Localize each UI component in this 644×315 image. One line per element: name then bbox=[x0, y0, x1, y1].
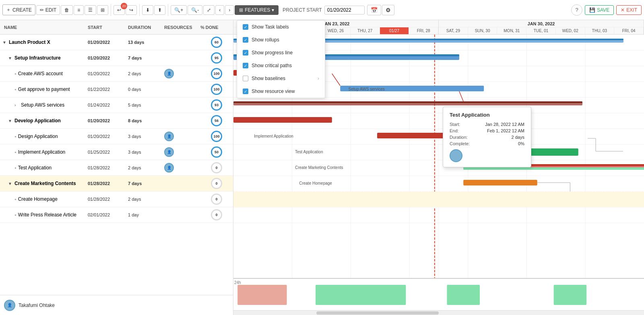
user-name: Takafumi Ohtake bbox=[19, 303, 55, 308]
task-dot-icon: ● bbox=[14, 166, 17, 170]
next-button[interactable]: › bbox=[225, 5, 234, 15]
gantt-day: FRI, 04 bbox=[614, 27, 644, 34]
task-duration-cell: 0 days bbox=[128, 87, 164, 92]
task-duration-cell: 2 days bbox=[128, 197, 164, 202]
progress-circle: 0 bbox=[211, 178, 222, 189]
checkbox-show-progress-line[interactable]: ✓ bbox=[243, 50, 248, 56]
task-name-cell: ● Create Homepage bbox=[0, 196, 88, 202]
task-duration-cell: 2 days bbox=[128, 165, 164, 170]
edit-button[interactable]: ✏ EDIT bbox=[36, 5, 60, 15]
task-name: Setup AWS services bbox=[21, 102, 64, 108]
list2-icon: ☰ bbox=[88, 7, 93, 13]
checkbox-show-rollups[interactable]: ✓ bbox=[243, 37, 248, 43]
redo-button[interactable]: ↪ bbox=[126, 5, 137, 15]
help-button[interactable]: ? bbox=[571, 4, 582, 16]
layout-button[interactable]: ⊞ bbox=[97, 5, 108, 15]
delete-button[interactable]: 🗑 bbox=[61, 5, 73, 15]
table-row[interactable]: ● Create AWS account 01/20/2022 2 days 👤… bbox=[0, 66, 233, 82]
task-duration-cell: 7 days bbox=[128, 56, 164, 60]
move-down-button[interactable]: ⬇ bbox=[142, 5, 153, 15]
progress-circle: 95 bbox=[211, 52, 222, 64]
task-name-cell: ● Test Application bbox=[0, 165, 88, 171]
scroll-bar-h[interactable] bbox=[233, 310, 644, 315]
table-row[interactable]: ● Create Homepage 01/28/2022 2 days 0 bbox=[0, 191, 233, 207]
svg-line-45 bbox=[332, 74, 340, 86]
table-row[interactable]: ● Write Press Release Article 02/01/2022… bbox=[0, 207, 233, 223]
exit-icon: ✕ bbox=[621, 7, 625, 13]
progress-circle: 56 bbox=[211, 115, 222, 126]
col-resources-header: RESOURCES bbox=[164, 25, 200, 30]
expand-icon[interactable]: ▼ bbox=[8, 56, 13, 60]
table-row[interactable]: ● Get approve to payment 01/22/2022 0 da… bbox=[0, 82, 233, 97]
fit-button[interactable]: ⤢ bbox=[203, 5, 215, 15]
zoom-in-button[interactable]: 🔍+ bbox=[171, 5, 187, 15]
dropdown-item-show-task-labels[interactable]: ✓ Show Task labels bbox=[237, 21, 325, 33]
table-row[interactable]: › Setup AWS services 01/24/2022 5 days 9… bbox=[0, 97, 233, 113]
pencil-icon: ✏ bbox=[40, 7, 44, 13]
task-start-cell: 01/20/2022 bbox=[88, 134, 128, 139]
task-start-cell: 02/01/2022 bbox=[88, 212, 128, 217]
scroll-thumb[interactable] bbox=[316, 311, 439, 315]
project-start-input[interactable] bbox=[324, 6, 365, 14]
list2-button[interactable]: ☰ bbox=[85, 5, 96, 15]
table-row[interactable]: ● Implement Application 01/25/2022 3 day… bbox=[0, 144, 233, 160]
gantt-day: SUN, 30 bbox=[468, 27, 497, 34]
task-duration-cell: 5 days bbox=[128, 103, 164, 107]
expand-icon[interactable]: ▼ bbox=[2, 40, 7, 45]
chevron-right-icon: › bbox=[318, 76, 319, 81]
gantt-day: MON, 31 bbox=[497, 27, 526, 34]
trash-icon: 🗑 bbox=[64, 7, 69, 13]
settings-button[interactable]: ⚙ bbox=[382, 5, 394, 15]
svg-rect-48 bbox=[316, 285, 406, 305]
task-start-cell: 01/20/2022 bbox=[88, 56, 128, 60]
task-tooltip: Test Application Start: Jan 28, 2022 12 … bbox=[443, 107, 531, 167]
dropdown-item-show-rollups[interactable]: ✓ Show rollups bbox=[237, 33, 325, 46]
checkbox-show-resource-view[interactable]: ✓ bbox=[243, 89, 248, 94]
expand-icon[interactable]: ▼ bbox=[8, 181, 13, 186]
project-start-group: PROJECT START 📅 bbox=[283, 5, 381, 15]
tooltip-complete-label: Complete: bbox=[450, 141, 470, 146]
chevron-down-icon: ▾ bbox=[272, 7, 274, 13]
table-row[interactable]: ● Design Application 01/20/2022 3 days 👤… bbox=[0, 129, 233, 144]
zoom-out-button[interactable]: 🔍- bbox=[188, 5, 202, 15]
table-row[interactable]: ● Test Application 01/28/2022 2 days 👤 0 bbox=[0, 160, 233, 176]
list-button[interactable]: ≡ bbox=[74, 5, 84, 15]
prev-button[interactable]: ‹ bbox=[215, 5, 224, 15]
expand-icon[interactable]: ▼ bbox=[8, 119, 13, 123]
svg-rect-37 bbox=[463, 167, 644, 170]
features-label: FEATURES bbox=[245, 7, 270, 13]
task-start-cell: 01/20/2022 bbox=[88, 40, 128, 45]
features-button[interactable]: ⊞ FEATURES ▾ bbox=[235, 5, 279, 15]
save-button[interactable]: 💾 SAVE bbox=[585, 5, 614, 15]
svg-text:Implement Application: Implement Application bbox=[254, 134, 293, 138]
dropdown-item-show-progress-line[interactable]: ✓ Show progress line bbox=[237, 46, 325, 59]
exit-label: EXIT bbox=[626, 7, 637, 13]
gantt-day: TUE, 01 bbox=[526, 27, 556, 34]
gantt-day-today: 01/27 bbox=[380, 27, 409, 34]
tooltip-start-label: Start: bbox=[450, 122, 460, 127]
tooltip-avatar bbox=[450, 149, 462, 162]
move-up-button[interactable]: ⬆ bbox=[154, 5, 165, 15]
checkbox-show-baselines[interactable] bbox=[243, 76, 248, 81]
svg-rect-39 bbox=[463, 180, 537, 185]
table-row[interactable]: ▼ Create Marketing Contents 01/28/2022 7… bbox=[0, 176, 233, 191]
table-row[interactable]: ▼ Develop Application 01/20/2022 8 days … bbox=[0, 113, 233, 129]
dropdown-item-show-baselines[interactable]: Show baselines › bbox=[237, 72, 325, 85]
divider2 bbox=[139, 4, 140, 16]
table-row[interactable]: ▼ Setup Infrastructure 01/20/2022 7 days… bbox=[0, 50, 233, 66]
task-start-cell: 01/28/2022 bbox=[88, 165, 128, 170]
exit-button[interactable]: ✕ EXIT bbox=[616, 5, 642, 15]
edit-label: EDIT bbox=[45, 7, 56, 13]
task-dot-icon: ● bbox=[14, 88, 17, 91]
table-row[interactable]: ▼ Launch Product X 01/20/2022 13 days 60 bbox=[0, 35, 233, 50]
checkbox-show-critical-paths[interactable]: ✓ bbox=[243, 63, 248, 68]
expand-icon[interactable]: › bbox=[14, 103, 19, 107]
task-start-cell: 01/20/2022 bbox=[88, 71, 128, 76]
dropdown-item-show-resource-view[interactable]: ✓ Show resource view bbox=[237, 85, 325, 98]
checkbox-show-task-labels[interactable]: ✓ bbox=[243, 24, 248, 30]
column-headers: NAME START DURATION RESOURCES % DONE bbox=[0, 20, 233, 35]
progress-circle: 100 bbox=[211, 131, 222, 142]
dropdown-item-show-critical-paths[interactable]: ✓ Show critical paths bbox=[237, 59, 325, 72]
calendar-icon[interactable]: 📅 bbox=[367, 5, 381, 15]
create-button[interactable]: ＋ CREATE bbox=[2, 4, 35, 15]
